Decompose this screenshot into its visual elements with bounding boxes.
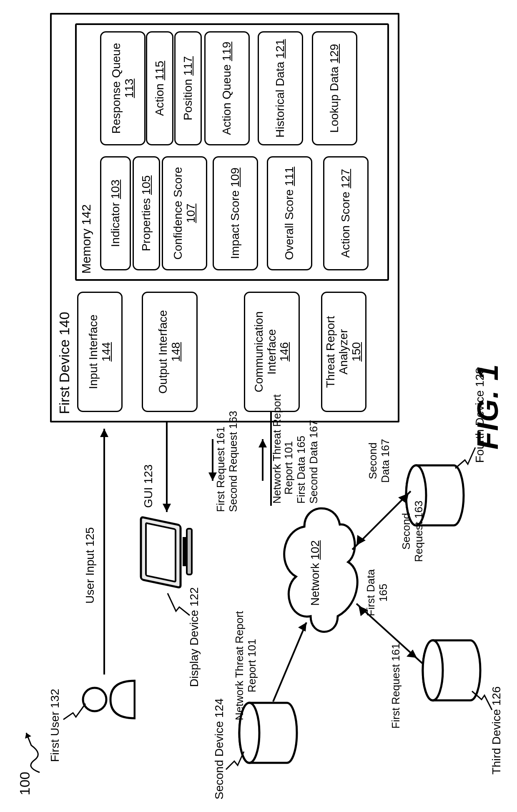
user-icon [81, 677, 136, 722]
svg-marker-14 [258, 439, 267, 447]
input-interface-box: Input Interface144 [77, 292, 123, 412]
second-request-label: SecondRequest 163 [400, 501, 425, 562]
link-124 [265, 618, 315, 702]
network-label: Network 102 [309, 540, 322, 606]
first-data-label: First Data165 [365, 569, 390, 616]
svg-marker-3 [100, 429, 108, 437]
figure-ref: 100 [17, 772, 33, 795]
mem-histdata: Historical Data 121 [258, 31, 303, 145]
responses-labels: Network Threat Report Report 101 First D… [271, 394, 320, 504]
mem-lookup: Lookup Data 129 [312, 31, 357, 145]
mem-position: Position 117 [174, 31, 202, 145]
user-input-label: User Input 125 [83, 527, 97, 604]
requests-labels: First Request 161 Second Request 163 [215, 411, 240, 512]
mem-actionqueue: Action Queue 119 [204, 31, 250, 145]
mem-indicator: Indicator 103 [100, 156, 131, 270]
gui-label: GUI 123 [142, 465, 155, 508]
mem-confidence: Confidence Score 107 [162, 156, 207, 270]
mem-respqueue: Response Queue 113 [100, 31, 146, 145]
figure-ref-arrow [23, 725, 48, 775]
ntr-label-1: Network Threat ReportReport 101 [233, 611, 258, 720]
mem-overall: Overall Score 111 [267, 156, 312, 270]
first-request-label: First Request 161 [390, 643, 402, 729]
second-device-zig [225, 745, 246, 770]
user-zig [63, 695, 88, 720]
svg-marker-9 [163, 504, 171, 512]
threat-report-analyzer-box: Threat Report Analyzer150 [321, 292, 366, 412]
memory-header: Memory 142 [79, 204, 93, 274]
mem-impact: Impact Score 109 [213, 156, 258, 270]
second-data-label: SecondData 167 [367, 439, 392, 483]
mem-action: Action 115 [146, 31, 173, 145]
first-user-label: First User 132 [48, 689, 62, 762]
mem-actionscore: Action Score 127 [323, 156, 369, 270]
second-device-label: Second Device 124 [213, 698, 226, 800]
figure-caption: FIG. 1 [471, 364, 504, 450]
mem-properties: Properties 105 [133, 156, 160, 270]
svg-line-17 [273, 622, 306, 702]
svg-rect-7 [187, 529, 192, 575]
first-device-header: First Device 140 [56, 312, 73, 414]
gui-arrow [158, 422, 175, 518]
svg-rect-5 [146, 523, 176, 582]
display-device-label: Display Device 122 [188, 587, 201, 687]
output-interface-box: Output Interface148 [142, 292, 198, 412]
user-input-arrow [96, 420, 113, 675]
monitor-icon [138, 516, 196, 595]
third-device-label: Third Device 126 [490, 686, 503, 775]
responses-arrow [254, 433, 271, 487]
